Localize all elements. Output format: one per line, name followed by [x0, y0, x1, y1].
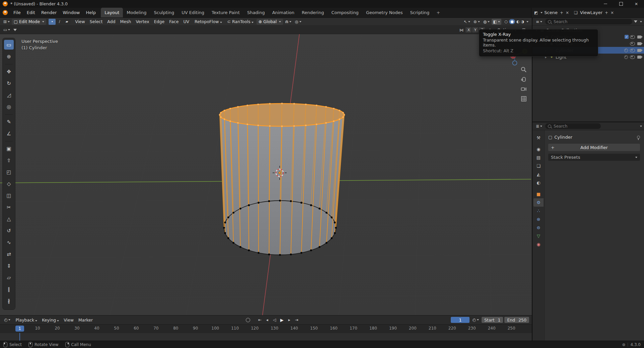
pan-hand-icon[interactable] [520, 76, 527, 83]
blender-menu-icon[interactable] [3, 10, 8, 15]
menu-window[interactable]: Window [60, 10, 83, 15]
timeline-menu-playback[interactable]: Playback [13, 318, 40, 323]
end-frame-field[interactable]: End250 [504, 317, 529, 323]
scene-name[interactable]: Scene [544, 10, 558, 15]
viewport-menu-select[interactable]: Select [87, 19, 105, 24]
transport-prev-keyframe[interactable]: ◂ [264, 317, 271, 323]
tool-poly-build[interactable]: △ [4, 214, 14, 224]
tool-inset-faces[interactable]: ◰ [4, 167, 14, 177]
active-tool-button[interactable]: ▭ [2, 27, 11, 32]
playhead-line[interactable] [19, 333, 20, 341]
disable-in-render-icon[interactable] [637, 36, 641, 39]
tool-add-cube[interactable]: ▣ [4, 144, 14, 153]
maximize-button[interactable] [613, 0, 629, 8]
outliner-search-input[interactable] [553, 19, 630, 24]
properties-tab-tool[interactable]: ⚒ [533, 134, 544, 142]
properties-search-input[interactable] [553, 124, 598, 129]
timeline-menu-marker[interactable]: Marker [76, 318, 95, 323]
chevron-down-icon[interactable] [526, 21, 528, 22]
tool-scale[interactable]: ◿ [4, 90, 14, 100]
viewport-menu-add[interactable]: Add [105, 19, 118, 24]
add-modifier-button[interactable]: + Add Modifier [548, 144, 640, 151]
selectability-dropdown[interactable]: ↖ [462, 19, 472, 24]
transport-jump-start[interactable]: ⇤ [256, 317, 264, 323]
auto-keying-icon[interactable] [246, 318, 250, 322]
timeline-menu-keying[interactable]: Keying [40, 318, 61, 323]
tool-edge-slide[interactable]: ⇄ [4, 249, 14, 259]
properties-tab-output[interactable]: ▤ [533, 153, 544, 162]
add-workspace-button[interactable]: + [433, 8, 443, 17]
viewlayer-name[interactable]: ViewLayer [580, 10, 602, 15]
disable-in-render-icon[interactable] [637, 49, 641, 52]
viewport-menu-face[interactable]: Face [167, 19, 181, 24]
viewport-canvas[interactable]: YX [0, 34, 532, 315]
workspace-tab-shading[interactable]: Shading [243, 8, 269, 17]
retopoflow-menu[interactable]: RetopoFlow [192, 19, 224, 24]
remove-viewlayer-button[interactable]: × [610, 10, 615, 15]
zoom-icon[interactable] [520, 66, 527, 73]
material-shading-button[interactable]: ◐ [516, 19, 520, 24]
tool-select-box[interactable]: ▭ [4, 40, 14, 50]
chevron-down-icon[interactable] [541, 12, 543, 13]
tool-extrude-region[interactable]: ⇧ [4, 155, 14, 165]
pin-icon[interactable] [637, 136, 640, 139]
current-frame-field[interactable]: 1 [451, 317, 470, 323]
overlays-dropdown[interactable]: ◍ [482, 19, 491, 24]
mirror-axis-y[interactable]: Y [472, 27, 478, 32]
tool-spin[interactable]: ↺ [4, 226, 14, 235]
hide-in-viewport-icon[interactable] [630, 35, 635, 39]
menu-edit[interactable]: Edit [24, 10, 38, 15]
transport-play[interactable]: ▶ [278, 317, 286, 323]
properties-tab-world[interactable]: ◐ [533, 179, 544, 187]
timeline-editor-button[interactable]: ◴ [3, 318, 12, 322]
tool-measure[interactable]: ∠ [4, 129, 14, 138]
tool-loop-cut[interactable]: ◫ [4, 191, 14, 200]
new-viewlayer-button[interactable]: + [604, 10, 609, 15]
workspace-tab-layout[interactable]: Layout [101, 8, 123, 17]
properties-tab-constraints[interactable]: ⊜ [533, 223, 544, 232]
edge-select-button[interactable]: / [56, 19, 63, 25]
workspace-tab-modeling[interactable]: Modeling [123, 8, 150, 17]
hide-in-viewport-icon[interactable] [630, 42, 635, 46]
hide-in-viewport-icon[interactable] [630, 55, 635, 59]
workspace-tab-uv-editing[interactable]: UV Editing [178, 8, 208, 17]
disable-in-render-icon[interactable] [637, 42, 641, 45]
workspace-tab-sculpting[interactable]: Sculpting [150, 8, 178, 17]
xray-toggle-button[interactable]: ◧ [492, 19, 501, 25]
menu-render[interactable]: Render [38, 10, 60, 15]
viewport-menu-mesh[interactable]: Mesh [118, 19, 134, 24]
outliner-editor-button[interactable]: ≡ [534, 19, 544, 24]
playback-sync-button[interactable]: ◴ [471, 318, 480, 322]
viewport-menu-vertex[interactable]: Vertex [133, 19, 151, 24]
tool-annotate[interactable]: ✎ [4, 117, 14, 127]
timeline-menu-view[interactable]: View [61, 318, 76, 323]
properties-tab-render[interactable]: ◉ [533, 145, 544, 153]
properties-tab-scene[interactable]: ◭ [533, 170, 544, 179]
transport-next-keyframe[interactable]: ▸ [286, 317, 293, 323]
properties-tab-modifiers[interactable]: ⚙ [533, 198, 544, 207]
properties-tab-data[interactable]: ▽ [533, 232, 544, 240]
chevron-down-icon[interactable] [640, 126, 642, 127]
unlink-scene-button[interactable]: × [565, 10, 570, 15]
camera-view-icon[interactable] [520, 86, 527, 92]
new-scene-button[interactable]: + [559, 10, 564, 15]
tool-rip-region[interactable]: ∥ [4, 284, 14, 294]
menu-file[interactable]: File [10, 10, 24, 15]
start-frame-field[interactable]: Start1 [482, 317, 503, 323]
proportional-editing-button[interactable]: ◎ [293, 19, 302, 24]
rendered-shading-button[interactable]: ◑ [521, 19, 524, 24]
disable-in-render-icon[interactable] [637, 56, 641, 59]
orientation-dropdown[interactable]: ⊕ Global [257, 19, 283, 25]
rantools-menu[interactable]: ⊂ RanTools [225, 19, 256, 24]
mirror-axis-x[interactable]: X [466, 27, 472, 32]
editor-type-button[interactable]: ⊞ [2, 19, 11, 24]
hide-in-viewport-icon[interactable] [630, 49, 635, 52]
viewport-menu-view[interactable]: View [73, 19, 87, 24]
filter-icon[interactable] [13, 29, 17, 31]
tool-smooth[interactable]: ∿ [4, 237, 14, 247]
tool-bevel[interactable]: ◇ [4, 179, 14, 189]
properties-tab-particles[interactable]: ∴ [533, 207, 544, 215]
breadcrumb-object-name[interactable]: Cylinder [554, 135, 572, 140]
workspace-tab-texture-paint[interactable]: Texture Paint [208, 8, 243, 17]
ortho-grid-icon[interactable] [520, 95, 527, 102]
